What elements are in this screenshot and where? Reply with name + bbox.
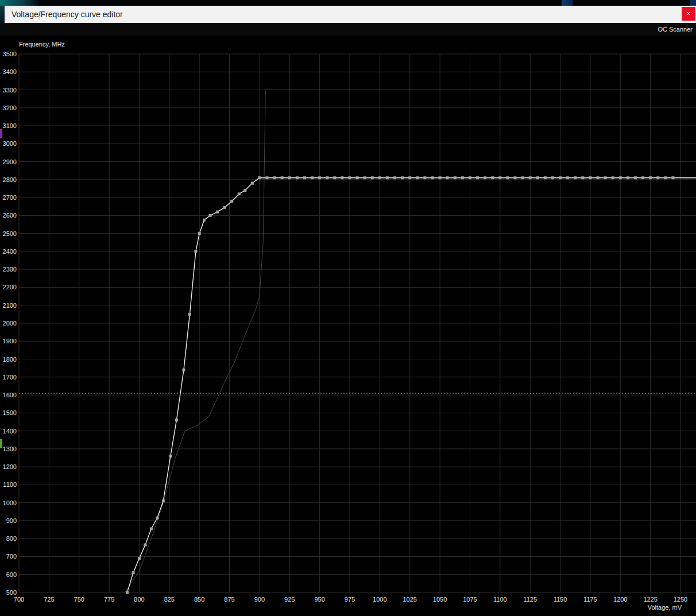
vf-curve-point[interactable]: [476, 176, 479, 179]
vf-curve-point[interactable]: [356, 176, 359, 179]
vf-curve-point[interactable]: [612, 176, 614, 179]
vf-curve-point[interactable]: [216, 211, 219, 214]
x-tick-label: 975: [345, 596, 355, 603]
y-tick-label: 600: [6, 571, 17, 578]
vf-curve-point[interactable]: [156, 517, 158, 520]
vf-curve-point[interactable]: [311, 176, 314, 179]
vf-curve-point[interactable]: [303, 176, 306, 179]
vf-curve-point[interactable]: [138, 557, 141, 560]
vf-curve-point[interactable]: [251, 182, 254, 185]
vf-curve-point[interactable]: [203, 219, 206, 222]
vf-curve-point[interactable]: [273, 176, 276, 179]
vf-curve-point[interactable]: [619, 176, 622, 179]
vf-curve-line[interactable]: [127, 178, 696, 592]
vf-curve-point[interactable]: [498, 176, 501, 179]
vf-curve-point[interactable]: [551, 176, 554, 179]
vf-curve-point[interactable]: [574, 176, 577, 179]
vf-curve-point[interactable]: [386, 176, 389, 179]
x-axis-title: Voltage, mV: [648, 604, 682, 611]
vf-curve-point[interactable]: [491, 176, 494, 179]
vf-curve-point[interactable]: [469, 176, 471, 179]
vf-curve-point[interactable]: [506, 176, 509, 179]
vf-curve-point[interactable]: [634, 176, 637, 179]
vf-curve-point[interactable]: [401, 176, 404, 179]
x-tick-label: 875: [224, 596, 234, 603]
vf-curve-point[interactable]: [150, 528, 153, 530]
vf-curve-point[interactable]: [378, 176, 381, 179]
vf-curve-point[interactable]: [416, 176, 419, 179]
vf-curve-point[interactable]: [188, 313, 191, 316]
menu-strip: OC Scanner: [0, 23, 696, 36]
vf-curve-point[interactable]: [597, 176, 600, 179]
vf-curve-point[interactable]: [656, 176, 659, 179]
vf-curve-point[interactable]: [296, 176, 299, 179]
vf-curve-point[interactable]: [484, 176, 486, 179]
x-tick-label: 1150: [554, 596, 567, 603]
oc-scanner-button[interactable]: OC Scanner: [658, 26, 693, 33]
desktop-artifact-green: [0, 439, 2, 448]
vf-curve-point[interactable]: [581, 176, 584, 179]
vf-curve-point[interactable]: [604, 176, 607, 179]
vf-curve-point[interactable]: [132, 571, 134, 574]
vf-curve-point[interactable]: [238, 192, 241, 195]
vf-curve-point[interactable]: [431, 176, 434, 179]
y-tick-label: 1000: [3, 499, 17, 506]
vf-curve-point[interactable]: [266, 176, 269, 179]
y-axis-title: Frequency, MHz: [19, 41, 65, 48]
vf-curve-point[interactable]: [230, 200, 233, 203]
vf-curve-point[interactable]: [175, 419, 178, 421]
vf-curve-point[interactable]: [536, 176, 539, 179]
vf-curve-point[interactable]: [671, 176, 674, 179]
vf-curve-point[interactable]: [364, 176, 366, 179]
vf-curve-point[interactable]: [566, 176, 569, 179]
vf-curve-point[interactable]: [326, 176, 328, 179]
vf-curve-point[interactable]: [182, 369, 185, 371]
vf-curve-point[interactable]: [439, 176, 442, 179]
vf-curve-point[interactable]: [209, 214, 212, 217]
vf-curve-point[interactable]: [521, 176, 524, 179]
vf-chart-area[interactable]: 7007257507758008258508759009259509751000…: [0, 36, 696, 616]
vf-curve-point[interactable]: [649, 176, 652, 179]
vf-curve-point[interactable]: [393, 176, 396, 179]
vf-chart[interactable]: 7007257507758008258508759009259509751000…: [0, 36, 696, 616]
desktop-artifact-teal: [0, 0, 40, 6]
vf-curve-point[interactable]: [169, 455, 172, 458]
vf-curve-point[interactable]: [144, 544, 146, 547]
vf-curve-point[interactable]: [514, 176, 517, 179]
vf-curve-point[interactable]: [258, 176, 261, 179]
vf-curve-point[interactable]: [589, 176, 591, 179]
vf-curve-point[interactable]: [408, 176, 411, 179]
y-tick-label: 2000: [3, 320, 17, 327]
y-tick-label: 3000: [3, 140, 17, 147]
vf-curve-point[interactable]: [243, 189, 246, 192]
y-tick-label: 1400: [3, 428, 17, 435]
vf-curve-point[interactable]: [371, 176, 374, 179]
vf-curve-point[interactable]: [288, 176, 291, 179]
vf-curve-point[interactable]: [423, 176, 426, 179]
vf-curve-point[interactable]: [162, 499, 165, 502]
vf-curve-point[interactable]: [641, 176, 644, 179]
vf-curve-point[interactable]: [627, 176, 629, 179]
vf-curve-point[interactable]: [341, 176, 343, 179]
vf-curve-point[interactable]: [446, 176, 449, 179]
x-tick-label: 1125: [523, 596, 537, 603]
y-tick-label: 900: [6, 517, 17, 524]
vf-curve-point[interactable]: [454, 176, 457, 179]
window-title: Voltage/Frequency curve editor: [11, 10, 123, 19]
vf-curve-point[interactable]: [318, 176, 321, 179]
vf-curve-point[interactable]: [529, 176, 532, 179]
vf-curve-point[interactable]: [194, 250, 197, 253]
vf-curve-point[interactable]: [544, 176, 547, 179]
y-tick-label: 2800: [3, 176, 17, 183]
close-button[interactable]: ×: [682, 7, 695, 21]
vf-curve-point[interactable]: [559, 176, 562, 179]
vf-curve-point[interactable]: [198, 232, 201, 235]
vf-curve-point[interactable]: [349, 176, 351, 179]
y-tick-label: 2400: [3, 248, 17, 255]
vf-curve-point[interactable]: [281, 176, 284, 179]
vf-curve-point[interactable]: [333, 176, 336, 179]
vf-curve-point[interactable]: [126, 591, 129, 594]
vf-curve-point[interactable]: [664, 176, 667, 179]
vf-curve-point[interactable]: [223, 206, 226, 209]
vf-curve-point[interactable]: [461, 176, 464, 179]
